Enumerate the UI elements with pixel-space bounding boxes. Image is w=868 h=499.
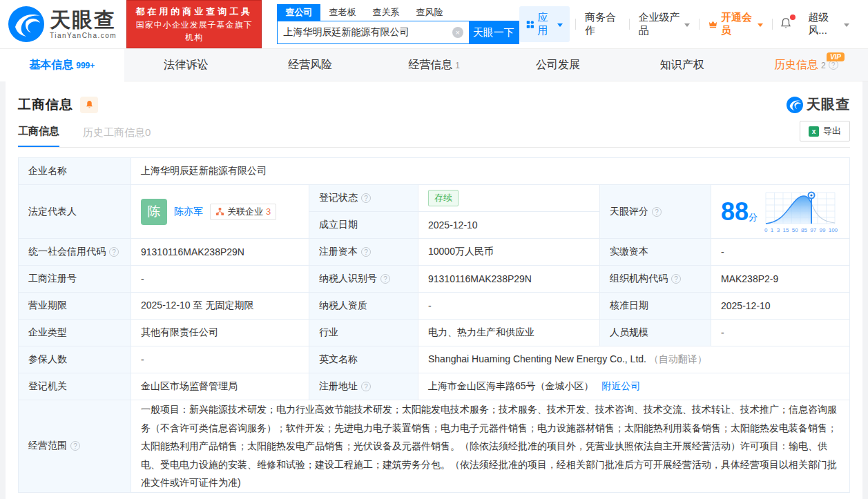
auto-translate-note: （自动翻译） (649, 353, 707, 364)
table-row: 企业名称 上海华明辰廷新能源有限公司 (19, 158, 850, 185)
org-code-value: MAK238P2-9 (711, 266, 850, 293)
top-navigation: 应用 商务合作 企业级产品 开通会员 (519, 6, 858, 42)
legal-rep-link[interactable]: 陈亦军 (174, 206, 203, 218)
chevron-down-icon (684, 23, 690, 27)
help-icon[interactable]: ? (380, 274, 390, 284)
avatar[interactable]: 陈 (141, 199, 167, 225)
field-label: 企业类型 (19, 320, 131, 346)
table-row: 登记机关 金山区市场监督管理局 注册地址 ? 上海市金山区海丰路65号（金城小区… (19, 373, 850, 400)
biz-scope-value: 一般项目：新兴能源技术研发；电力行业高效节能技术研发；太阳能发电技术服务；技术服… (131, 400, 850, 493)
tab-legal-litigation[interactable]: 法律诉讼 (124, 49, 249, 81)
field-label: 工商注册号 (19, 266, 131, 293)
tab-history-info[interactable]: VIP 历史信息 2 ? (744, 49, 868, 81)
staff-size-value: - (711, 320, 850, 346)
watermark-logo: 天眼查 (787, 95, 850, 114)
nearby-companies-link[interactable]: 附近公司 (601, 380, 640, 391)
subtab-business-info[interactable]: 工商信息 (18, 125, 59, 147)
subtab-history-business-info[interactable]: 历史工商信息0 (83, 126, 151, 147)
nav-business-cooperation[interactable]: 商务合作 (576, 11, 629, 37)
nav-open-vip[interactable]: 开通会员 (700, 11, 773, 37)
bell-icon (85, 100, 94, 109)
tab-operation-risk[interactable]: 经营风险 (248, 49, 372, 81)
legal-rep-cell: 陈 陈亦军 关联企业 3 (131, 185, 309, 239)
reg-capital-value: 10000万人民币 (418, 239, 600, 266)
help-icon[interactable]: ? (109, 247, 119, 257)
status-badge: 存续 (428, 190, 459, 206)
field-label: 参保人数 (19, 346, 131, 373)
tianyancha-logo[interactable]: 天眼查 TianYanCha.com (8, 6, 117, 42)
tab-company-development[interactable]: 公司发展 (496, 49, 620, 81)
taxpayer-id-value: 91310116MAK238P29N (418, 266, 600, 293)
help-icon[interactable]: ? (671, 274, 681, 284)
field-label: 纳税人资质 (309, 293, 418, 320)
score-axis-ticks: 01 315 5085 9799 100 (764, 227, 838, 233)
nav-enterprise-products[interactable]: 企业级产品 (630, 11, 699, 37)
search-tab-boss[interactable]: 查老板 (320, 4, 364, 21)
score-distribution-chart: 01 315 5085 9799 100 (764, 190, 838, 233)
reg-authority-value: 金山区市场监督管理局 (131, 373, 309, 400)
notifications-button[interactable] (773, 17, 799, 32)
chevron-down-icon (844, 23, 849, 27)
related-count: 3 (266, 206, 271, 217)
help-icon[interactable]: ? (829, 60, 838, 70)
tianyancha-logo-icon (8, 6, 44, 42)
slogan-line2: 国家中小企业发展子基金旗下机构 (134, 19, 254, 43)
table-row: 参保人数 - 英文名称 Shanghai Huaming Chenting Ne… (19, 346, 850, 373)
export-label: 导出 (823, 125, 841, 137)
table-row: 工商注册号 - 纳税人识别号 ? 91310116MAK238P29N 组织机构… (19, 266, 850, 293)
export-button[interactable]: x 导出 (800, 121, 850, 141)
help-icon[interactable]: ? (652, 207, 662, 217)
subscribe-bell-button[interactable] (80, 97, 98, 113)
tab-operation-info[interactable]: 经营信息 1 (372, 49, 496, 81)
nav-apps[interactable]: 应用 (519, 6, 570, 42)
search-button[interactable]: 天眼一下 (469, 21, 519, 43)
vip-badge: VIP (827, 52, 845, 61)
table-row: 经营范围 ? 一般项目：新兴能源技术研发；电力行业高效节能技术研发；太阳能发电技… (19, 400, 850, 493)
company-name-value: 上海华明辰廷新能源有限公司 (131, 158, 850, 185)
field-label: 纳税人识别号 ? (309, 266, 418, 293)
field-label: 注册地址 ? (309, 373, 418, 400)
nav-super-risk[interactable]: 超级风... (799, 11, 858, 37)
field-label: 统一社会信用代码 ? (19, 239, 131, 266)
reg-status-value: 存续 (418, 185, 600, 212)
subtab-label: 历史工商信息 (83, 126, 145, 138)
section-title: 工商信息 (18, 96, 73, 114)
field-label: 登记机关 (19, 373, 131, 400)
search-tab-company[interactable]: 查公司 (277, 4, 320, 21)
tab-count: 2 (821, 61, 826, 70)
insured-count-value: - (131, 346, 309, 373)
tab-label: 经营信息 (408, 58, 452, 72)
field-label: 成立日期 (309, 212, 418, 239)
nav-enterprise-label: 企业级产品 (639, 11, 681, 37)
field-label: 英文名称 (309, 346, 418, 373)
field-label: 人员规模 (600, 320, 711, 346)
search-input[interactable] (278, 21, 452, 43)
help-icon[interactable]: ? (361, 193, 371, 203)
company-section-tabs: 基本信息 999+ 法律诉讼 经营风险 经营信息 1 公司发展 知识产权 VIP… (0, 48, 868, 81)
tab-label: 历史信息 (774, 58, 818, 72)
table-row: 企业类型 其他有限责任公司 行业 电力、热力生产和供应业 人员规模 - (19, 320, 850, 346)
clear-icon[interactable]: × (452, 27, 463, 38)
score-value: 88 (721, 197, 749, 226)
english-name-value: Shanghai Huaming Chenting New Energy Co.… (418, 346, 850, 373)
table-row: 法定代表人 陈 陈亦军 关联企业 3 (19, 185, 850, 212)
field-label: 天眼评分 ? (600, 185, 711, 239)
nav-business-label: 商务合作 (585, 11, 620, 37)
field-label: 注册资本 ? (309, 239, 418, 266)
tab-intellectual-property[interactable]: 知识产权 (620, 49, 744, 81)
watermark-text: 天眼查 (807, 95, 850, 114)
chevron-down-icon (557, 23, 563, 27)
help-icon[interactable]: ? (361, 247, 371, 257)
search-tab-relation[interactable]: 查关系 (364, 4, 407, 21)
subtab-count: 0 (145, 126, 151, 138)
help-icon[interactable]: ? (70, 441, 80, 451)
search-tab-risk[interactable]: 查风险 (407, 4, 451, 21)
biz-term-value: 2025-12-10 至 无固定期限 (131, 293, 309, 320)
related-companies-badge[interactable]: 关联企业 3 (210, 204, 276, 220)
help-icon[interactable]: ? (361, 382, 371, 391)
business-info-panel: 工商信息 天眼查 工商信息 历史工商信息0 x 导出 企业名称 上海 (6, 81, 862, 499)
search-area: 查公司 查老板 查关系 查风险 × 天眼一下 (277, 4, 519, 44)
credit-code-value: 91310116MAK238P29N (131, 239, 309, 266)
tianyancha-logo-icon (787, 97, 803, 113)
tab-basic-info[interactable]: 基本信息 999+ (0, 49, 124, 81)
